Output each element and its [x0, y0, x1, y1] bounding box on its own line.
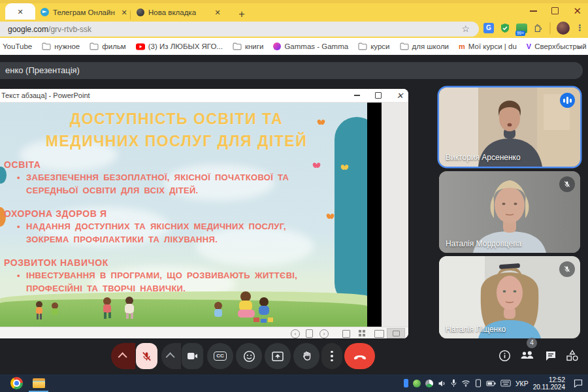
bookmark-item[interactable]: Gammas - Gamma: [273, 42, 348, 50]
folder-icon: [233, 42, 242, 50]
bookmark-folder[interactable]: книги: [233, 42, 263, 50]
grid-view-icon[interactable]: [359, 330, 365, 336]
close-icon[interactable]: ✕: [573, 8, 581, 14]
extension-badge-icon[interactable]: 99+: [516, 24, 527, 33]
globe-icon: [137, 8, 144, 16]
battery-icon[interactable]: [486, 380, 496, 387]
ppt-side-panel: [382, 103, 408, 327]
taskbar-clock[interactable]: 12:52 20.11.2024: [533, 376, 565, 391]
mic-options-chevron[interactable]: [111, 343, 135, 369]
adblock-shield-icon[interactable]: [500, 23, 510, 33]
bookmark-star-icon[interactable]: ☆: [461, 24, 470, 34]
chat-icon: [545, 350, 557, 361]
extensions-puzzle-icon[interactable]: [533, 23, 544, 33]
toolbar-divider: [549, 22, 551, 34]
maximize-icon[interactable]: [551, 7, 559, 14]
slide-section: ОХОРОНА ЗДОРОВ Я •НАДАННЯ ДОСТУПНИХ ТА Я…: [4, 208, 316, 246]
clock-time: 12:52: [533, 376, 565, 384]
previous-slide-icon[interactable]: ‹: [291, 329, 300, 338]
bookmark-folder[interactable]: курси: [358, 42, 389, 50]
present-icon: [272, 351, 284, 361]
tab-telegram[interactable]: Телеграм Онлайн (неофициал ✕: [38, 4, 133, 20]
captions-button[interactable]: CC: [207, 343, 233, 369]
mic-off-icon: [141, 351, 152, 362]
tab-close-icon[interactable]: ✕: [16, 7, 25, 16]
raise-hand-button[interactable]: [293, 343, 319, 369]
slide-canvas: ДОСТУПНІСТЬ ОСВІТИ ТА МЕДИЧНИХ ПОСЛУГ ДЛ…: [0, 103, 367, 327]
slide-view-icon[interactable]: [342, 330, 350, 338]
speaker-icon[interactable]: [438, 380, 446, 387]
info-icon: [498, 350, 511, 362]
translate-icon[interactable]: G: [483, 23, 494, 33]
annotate-pen-icon[interactable]: [306, 329, 313, 338]
folder-icon: [42, 42, 51, 50]
end-call-button[interactable]: [344, 343, 375, 369]
windows-taskbar: УКР 12:52 20.11.2024: [0, 374, 588, 392]
language-indicator[interactable]: УКР: [515, 380, 529, 387]
wifi-icon[interactable]: [461, 380, 470, 387]
tab-close-icon[interactable]: ✕: [120, 8, 129, 17]
folder-icon: [90, 42, 99, 50]
reactions-button[interactable]: [236, 343, 262, 369]
participants-button[interactable]: [519, 347, 536, 364]
telegram-icon: [41, 8, 49, 16]
browser-menu-icon[interactable]: ⋮: [576, 27, 580, 29]
gamma-icon: [273, 42, 281, 50]
mic-muted-icon: [559, 261, 575, 277]
antivirus-icon[interactable]: [413, 380, 421, 387]
meeting-details-button[interactable]: [496, 347, 513, 364]
speaking-indicator-icon: [560, 93, 575, 108]
url-text: google.com/grv-rtvb-ssk: [8, 25, 91, 34]
mic-mute-button[interactable]: [136, 343, 157, 369]
participant-name: Наталія Ліщенко: [446, 325, 506, 334]
bookmarks-overflow-icon[interactable]: »: [577, 42, 581, 52]
butterfly-decor: [341, 165, 348, 171]
pie-app-icon[interactable]: [425, 380, 433, 387]
mic-tray-icon[interactable]: [451, 379, 457, 387]
window-controls: ✕: [530, 7, 581, 14]
more-options-button[interactable]: [321, 343, 342, 369]
profile-avatar[interactable]: [557, 22, 570, 35]
tab-new[interactable]: Нова вкладка ✕: [134, 4, 236, 20]
end-call-icon: [353, 353, 367, 359]
notification-center-icon[interactable]: [574, 379, 583, 387]
ppt-close-icon[interactable]: ✕: [389, 89, 408, 102]
butterfly-decor: [327, 214, 334, 220]
present-screen-button[interactable]: [265, 343, 291, 369]
next-slide-icon[interactable]: ›: [319, 329, 329, 338]
ppt-minimize-icon[interactable]: [346, 89, 367, 102]
participant-tile-1[interactable]: Виктория Арсененко: [439, 88, 580, 167]
bookmark-folder[interactable]: нужное: [42, 42, 80, 50]
phone-link-icon[interactable]: [475, 379, 482, 387]
activities-button[interactable]: [564, 347, 581, 364]
powerpoint-window: Текст абзаца] - PowerPoint ✕ ДОСТУПНІСТЬ…: [0, 89, 408, 338]
minimize-icon[interactable]: [530, 10, 537, 12]
reading-view-icon[interactable]: [374, 330, 384, 338]
device-icon[interactable]: [404, 379, 408, 387]
new-tab-button[interactable]: +: [235, 8, 248, 21]
keyboard-icon[interactable]: [500, 380, 511, 387]
address-bar[interactable]: google.com/grv-rtvb-ssk ☆: [0, 22, 479, 37]
extension-area: G 99+ ⋮: [483, 22, 580, 35]
tab-close-icon[interactable]: ✕: [213, 8, 222, 17]
ppt-maximize-icon[interactable]: [368, 89, 389, 102]
slide-title: ДОСТУПНІСТЬ ОСВІТИ ТА МЕДИЧНИХ ПОСЛУГ ДЛ…: [0, 108, 353, 152]
chat-button[interactable]: [542, 347, 559, 364]
camera-options-chevron[interactable]: [161, 343, 181, 369]
presenter-view-icon[interactable]: [387, 328, 405, 338]
participant-tile-3[interactable]: Наталія Ліщенко: [439, 256, 580, 338]
taskbar-chrome-icon[interactable]: [10, 377, 23, 389]
hand-icon: [301, 350, 312, 362]
bookmark-item[interactable]: mМої курси | du: [459, 42, 517, 50]
camera-button[interactable]: [182, 343, 203, 369]
participant-tile-2[interactable]: Наталія Мордовцева: [439, 171, 580, 253]
taskbar-explorer-icon[interactable]: [33, 378, 45, 388]
tab-active-meet[interactable]: ✕: [5, 3, 35, 20]
bookmark-item[interactable]: YouTube: [3, 42, 32, 50]
powerpoint-window-title: Текст абзаца] - PowerPoint: [1, 89, 90, 102]
participant-name: Наталія Мордовцева: [446, 239, 521, 248]
bookmarks-bar: YouTube нужное фильм (3) Из ЛЮБЫХ ЯГО...…: [0, 38, 588, 55]
bookmark-folder[interactable]: для школи: [400, 42, 449, 50]
bookmark-item[interactable]: (3) Из ЛЮБЫХ ЯГО...: [136, 42, 223, 50]
bookmark-folder[interactable]: фильм: [90, 42, 126, 50]
